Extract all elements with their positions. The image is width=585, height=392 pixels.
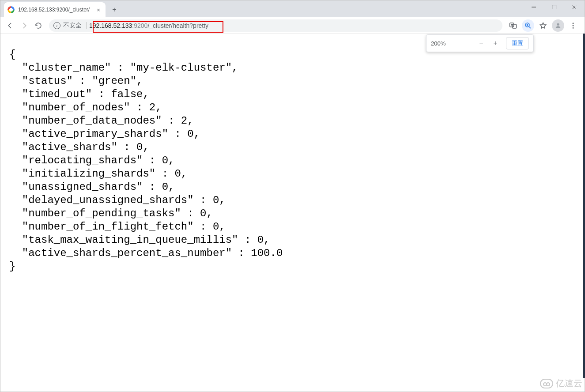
- svg-rect-2: [513, 24, 517, 28]
- insecure-label: 不安全: [63, 22, 82, 30]
- minimize-button[interactable]: [524, 0, 544, 14]
- toolbar-right-icons: [507, 19, 581, 32]
- svg-point-4: [557, 23, 559, 25]
- separator: [86, 22, 87, 29]
- right-edge-sliver: [583, 34, 585, 378]
- bookmark-star-icon[interactable]: [537, 19, 549, 32]
- translate-icon[interactable]: [507, 19, 519, 32]
- svg-point-7: [573, 27, 574, 28]
- browser-window: 192.168.52.133:9200/_cluster/ × +: [0, 0, 585, 392]
- site-info-icon[interactable]: i: [53, 22, 60, 29]
- url-port: :9200: [132, 22, 147, 29]
- tab-title: 192.168.52.133:9200/_cluster/: [18, 7, 91, 13]
- browser-toolbar: i 不安全 192.168.52.133:9200/_cluster/healt…: [0, 17, 585, 34]
- tab-favicon-icon: [8, 6, 15, 13]
- kebab-menu-icon[interactable]: [567, 19, 579, 32]
- close-window-button[interactable]: [564, 0, 585, 14]
- maximize-button[interactable]: [544, 0, 564, 14]
- close-tab-button[interactable]: ×: [95, 6, 102, 13]
- zoom-in-button[interactable]: +: [489, 37, 502, 49]
- back-button[interactable]: [4, 19, 16, 32]
- zoom-value: 200%: [431, 40, 473, 47]
- zoom-reset-button[interactable]: 重置: [506, 37, 529, 49]
- window-controls: [524, 0, 585, 14]
- browser-tab[interactable]: 192.168.52.133:9200/_cluster/ ×: [4, 2, 106, 17]
- svg-rect-0: [552, 5, 556, 9]
- url-text: 192.168.52.133:9200/_cluster/health?pret…: [89, 22, 208, 29]
- zoom-out-button[interactable]: −: [475, 37, 487, 49]
- zoom-indicator-icon[interactable]: [522, 19, 534, 32]
- url-host: 192.168.52.133: [89, 22, 132, 29]
- svg-point-5: [573, 23, 574, 24]
- zoom-popup: 200% − + 重置: [426, 34, 534, 52]
- address-bar[interactable]: i 不安全 192.168.52.133:9200/_cluster/healt…: [49, 19, 502, 32]
- new-tab-button[interactable]: +: [108, 4, 121, 16]
- reload-button[interactable]: [32, 19, 45, 32]
- url-path: /_cluster/health?pretty: [147, 22, 208, 29]
- json-response-body[interactable]: { "cluster_name" : "my-elk-cluster", "st…: [0, 45, 585, 381]
- tab-strip: 192.168.52.133:9200/_cluster/ × +: [0, 0, 585, 17]
- profile-avatar-icon[interactable]: [552, 19, 564, 32]
- svg-point-6: [573, 25, 574, 26]
- forward-button[interactable]: [18, 19, 30, 32]
